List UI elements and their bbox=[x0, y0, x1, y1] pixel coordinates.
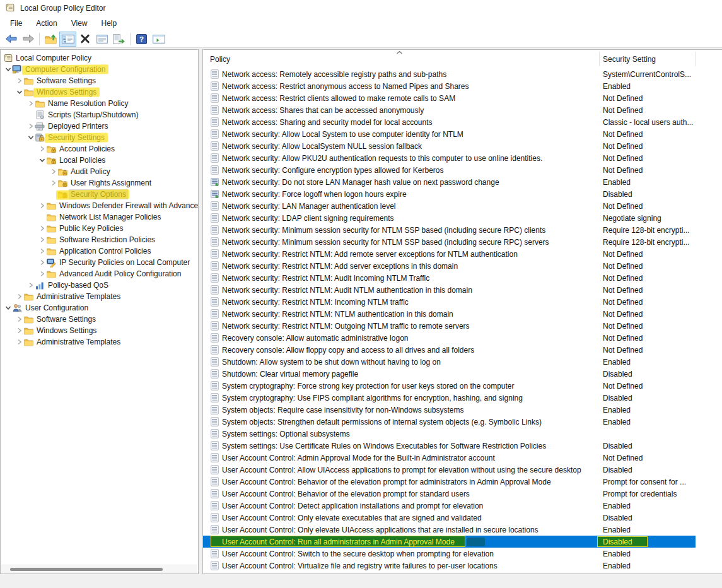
chevron-right-icon[interactable] bbox=[39, 203, 46, 209]
menu-file[interactable]: File bbox=[5, 18, 27, 29]
chevron-down-icon[interactable] bbox=[5, 305, 12, 311]
tree-item-security-settings[interactable]: Security Settings bbox=[1, 132, 198, 143]
tree-item-software-settings[interactable]: Software Settings bbox=[1, 75, 198, 86]
tree-item-name-resolution-policy[interactable]: Name Resolution Policy bbox=[1, 98, 198, 109]
tree-item-policy-based-qos[interactable]: Policy-based QoS bbox=[1, 279, 198, 291]
chevron-right-icon[interactable] bbox=[39, 271, 46, 277]
chevron-right-icon[interactable] bbox=[39, 237, 46, 243]
policy-row[interactable]: User Account Control: Admin Approval Mod… bbox=[203, 452, 696, 464]
tree-item-user-configuration[interactable]: User Configuration bbox=[1, 302, 198, 314]
policy-row[interactable]: Recovery console: Allow floppy copy and … bbox=[203, 344, 696, 356]
policy-row[interactable]: Network security: LDAP client signing re… bbox=[203, 212, 696, 224]
tree-item-application-control-policies[interactable]: Application Control Policies bbox=[1, 245, 198, 257]
tree-item-ip-security-policies-on-local-computer[interactable]: IP Security Policies on Local Computer bbox=[1, 257, 198, 268]
policy-row[interactable]: Network security: Restrict NTLM: Incomin… bbox=[203, 296, 696, 308]
policy-row[interactable]: Network security: Allow PKU2U authentica… bbox=[203, 152, 696, 164]
up-one-level-button[interactable] bbox=[42, 32, 59, 47]
chevron-right-icon[interactable] bbox=[28, 100, 35, 107]
back-arrow-button[interactable] bbox=[3, 32, 20, 47]
tree-horizontal-scrollbar[interactable] bbox=[1, 565, 197, 573]
chevron-right-icon[interactable] bbox=[39, 225, 46, 232]
scrollbar-thumb[interactable] bbox=[10, 568, 163, 571]
tree-item-local-policies[interactable]: Local Policies bbox=[1, 155, 198, 166]
policy-row[interactable]: User Account Control: Switch to the secu… bbox=[203, 548, 696, 560]
policy-row[interactable]: Network security: Allow LocalSystem NULL… bbox=[203, 140, 696, 152]
export-list-button[interactable] bbox=[110, 32, 127, 47]
policy-row[interactable]: User Account Control: Behavior of the el… bbox=[203, 476, 696, 488]
tree-item-computer-configuration[interactable]: Computer Configuration bbox=[1, 64, 198, 75]
policy-row[interactable]: System objects: Require case insensitivi… bbox=[203, 404, 696, 416]
policy-row[interactable]: Recovery console: Allow automatic admini… bbox=[203, 332, 696, 344]
properties-button[interactable] bbox=[93, 32, 110, 47]
policy-row[interactable]: Network security: Restrict NTLM: Add ser… bbox=[203, 260, 696, 272]
column-header-policy[interactable]: Policy bbox=[210, 55, 230, 64]
chevron-right-icon[interactable] bbox=[39, 146, 46, 152]
chevron-right-icon[interactable] bbox=[16, 293, 23, 300]
policy-row[interactable]: Shutdown: Allow system to be shut down w… bbox=[203, 356, 696, 368]
chevron-right-icon[interactable] bbox=[16, 327, 23, 334]
tree-item-deployed-printers[interactable]: Deployed Printers bbox=[1, 121, 198, 132]
menu-action[interactable]: Action bbox=[31, 18, 62, 29]
policy-row[interactable]: Network security: Restrict NTLM: Audit I… bbox=[203, 272, 696, 284]
tree-item-software-settings[interactable]: Software Settings bbox=[1, 314, 198, 325]
policy-row[interactable]: User Account Control: Run all administra… bbox=[203, 536, 696, 548]
policy-row[interactable]: User Account Control: Allow UIAccess app… bbox=[203, 464, 696, 476]
policy-row[interactable]: Shutdown: Clear virtual memory pagefileD… bbox=[203, 368, 696, 380]
chevron-right-icon[interactable] bbox=[16, 339, 23, 345]
tree-item-public-key-policies[interactable]: Public Key Policies bbox=[1, 223, 198, 234]
tree-item-user-rights-assignment[interactable]: User Rights Assignment bbox=[1, 177, 198, 189]
chevron-down-icon[interactable] bbox=[39, 157, 46, 163]
policy-row[interactable]: Network security: LAN Manager authentica… bbox=[203, 200, 696, 212]
policy-row[interactable]: Network access: Remotely accessible regi… bbox=[203, 68, 696, 80]
policy-row[interactable]: Network access: Restrict clients allowed… bbox=[203, 92, 696, 104]
forward-arrow-button[interactable] bbox=[20, 32, 37, 47]
help-button[interactable]: ? bbox=[133, 32, 150, 47]
policy-row[interactable]: System cryptography: Force strong key pr… bbox=[203, 380, 696, 392]
policy-row[interactable]: Network security: Restrict NTLM: NTLM au… bbox=[203, 308, 696, 320]
tree-item-security-options[interactable]: Security Options bbox=[1, 189, 198, 200]
menu-view[interactable]: View bbox=[66, 18, 93, 29]
chevron-right-icon[interactable] bbox=[16, 316, 23, 322]
show-console-tree-button[interactable] bbox=[59, 32, 76, 47]
tree-item-audit-policy[interactable]: Audit Policy bbox=[1, 166, 198, 177]
tree-item-network-list-manager-policies[interactable]: Network List Manager Policies bbox=[1, 211, 198, 223]
chevron-down-icon[interactable] bbox=[16, 89, 23, 95]
policy-row[interactable]: Network security: Minimum session securi… bbox=[203, 236, 696, 248]
chevron-down-icon[interactable] bbox=[28, 134, 35, 141]
tree-item-administrative-templates[interactable]: Administrative Templates bbox=[1, 291, 198, 302]
chevron-right-icon[interactable] bbox=[28, 123, 35, 129]
tree-item-windows-settings[interactable]: Windows Settings bbox=[1, 86, 198, 98]
tree-item-scripts-startup-shutdown[interactable]: Scripts (Startup/Shutdown) bbox=[1, 109, 198, 121]
policy-row[interactable]: System cryptography: Use FIPS compliant … bbox=[203, 392, 696, 404]
policy-row[interactable]: Network security: Force logoff when logo… bbox=[203, 188, 696, 200]
tree-item-account-policies[interactable]: Account Policies bbox=[1, 143, 198, 155]
policy-row[interactable]: Network security: Restrict NTLM: Audit N… bbox=[203, 284, 696, 296]
policy-row[interactable]: Network access: Restrict anonymous acces… bbox=[203, 80, 696, 92]
policy-row[interactable]: Network access: Shares that can be acces… bbox=[203, 104, 696, 116]
policy-row[interactable]: Network security: Configure encryption t… bbox=[203, 164, 696, 176]
policy-row[interactable]: Network security: Restrict NTLM: Outgoin… bbox=[203, 320, 696, 332]
column-divider[interactable] bbox=[695, 52, 696, 66]
policy-row[interactable]: User Account Control: Only elevate execu… bbox=[203, 512, 696, 524]
chevron-down-icon[interactable] bbox=[5, 66, 12, 73]
delete-button[interactable] bbox=[76, 32, 93, 47]
show-action-pane-button[interactable] bbox=[150, 32, 167, 47]
tree-item-advanced-audit-policy-configuration[interactable]: Advanced Audit Policy Configuration bbox=[1, 268, 198, 279]
chevron-right-icon[interactable] bbox=[16, 78, 23, 84]
chevron-right-icon[interactable] bbox=[50, 180, 57, 186]
column-divider[interactable] bbox=[599, 52, 600, 66]
chevron-right-icon[interactable] bbox=[28, 282, 35, 288]
chevron-right-icon[interactable] bbox=[50, 168, 57, 175]
column-header-security-setting[interactable]: Security Setting bbox=[603, 55, 656, 64]
policy-row[interactable]: User Account Control: Behavior of the el… bbox=[203, 488, 696, 500]
policy-row[interactable]: User Account Control: Detect application… bbox=[203, 500, 696, 512]
policy-row[interactable]: Network security: Minimum session securi… bbox=[203, 224, 696, 236]
policy-row[interactable]: System objects: Strengthen default permi… bbox=[203, 416, 696, 428]
policy-row[interactable]: User Account Control: Virtualize file an… bbox=[203, 560, 696, 572]
tree-item-administrative-templates[interactable]: Administrative Templates bbox=[1, 336, 198, 348]
chevron-right-icon[interactable] bbox=[39, 248, 46, 254]
chevron-right-icon[interactable] bbox=[39, 259, 46, 266]
policy-row[interactable]: User Account Control: Only elevate UIAcc… bbox=[203, 524, 696, 536]
tree-item-windows-defender-firewall-with-advance[interactable]: Windows Defender Firewall with Advance bbox=[1, 200, 198, 211]
policy-row[interactable]: Network access: Sharing and security mod… bbox=[203, 116, 696, 128]
